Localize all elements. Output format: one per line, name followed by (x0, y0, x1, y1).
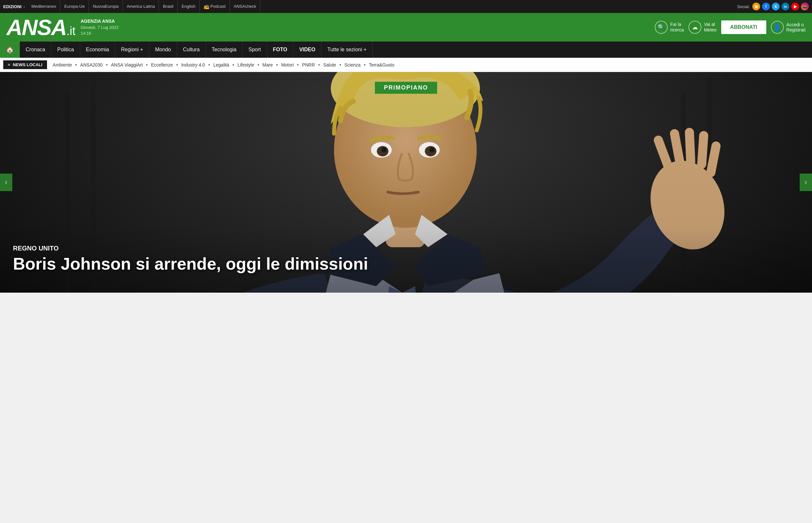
sub-nav: ≡ NEWS LOCALI Ambiente • ANSA2030 • ANSA… (0, 58, 812, 72)
youtube-icon[interactable]: ▶ (791, 3, 799, 11)
toggle-label: NEWS LOCALI (13, 62, 42, 67)
dot: • (146, 62, 148, 68)
nav-economia[interactable]: Economia (80, 41, 115, 58)
top-bar-right: Social: ◉ f 𝕏 in ▶ 📷 (737, 3, 809, 11)
editions-arrow: › (23, 4, 25, 9)
date-display: Giovedì, 7 Lug 2022 (81, 25, 119, 31)
logo-area: ANSA .it AGENZIA ANSA Giovedì, 7 Lug 202… (6, 16, 119, 38)
dot: • (106, 62, 108, 68)
hero-section: PRIMOPIANO ‹ › REGNO UNITO Boris Johnson… (0, 72, 812, 293)
dot: • (208, 62, 210, 68)
nav-politica[interactable]: Politica (51, 41, 80, 58)
dot: • (339, 62, 341, 68)
subnav-terraegusto[interactable]: Terra&Gusto (367, 62, 395, 68)
edition-english[interactable]: English (178, 0, 200, 13)
subnav-legalita[interactable]: Legalità (212, 62, 230, 68)
header-right: 🔍 Fai la ricerca ☁ Vai al Meteo ABBONATI… (655, 20, 806, 34)
facebook-icon[interactable]: f (762, 3, 770, 11)
subnav-ambiente[interactable]: Ambiente (52, 62, 73, 68)
toggle-icon: ≡ (8, 62, 11, 67)
edition-brasil[interactable]: Brasil (159, 0, 178, 13)
subnav-salute[interactable]: Salute (322, 62, 337, 68)
sub-nav-items: Ambiente • ANSA2030 • ANSA ViaggiArt • E… (52, 62, 395, 68)
nav-all-sections[interactable]: Tutte le sezioni + (321, 41, 373, 58)
subnav-motori[interactable]: Motori (280, 62, 295, 68)
news-locali-toggle[interactable]: ≡ NEWS LOCALI (3, 60, 47, 69)
subnav-ansa2030[interactable]: ANSA2030 (79, 62, 104, 68)
dot: • (176, 62, 178, 68)
dot: • (233, 62, 235, 68)
twitter-icon[interactable]: 𝕏 (772, 3, 779, 11)
dot: • (297, 62, 299, 68)
hero-country: REGNO UNITO (13, 245, 799, 252)
logo-info: AGENZIA ANSA Giovedì, 7 Lug 2022 14:16 (81, 18, 119, 36)
social-label: Social: (737, 4, 750, 9)
weather-icon: ☁ (688, 21, 701, 34)
nav-video[interactable]: VIDEO (294, 41, 322, 58)
time-display: 14:16 (81, 31, 119, 36)
hero-next-button[interactable]: › (800, 174, 812, 191)
social-icons: ◉ f 𝕏 in ▶ 📷 (752, 3, 809, 11)
nav-mondo[interactable]: Mondo (149, 41, 177, 58)
edition-mediterraneo[interactable]: Mediterraneo (27, 0, 61, 13)
main-nav: 🏠 Cronaca Politica Economia Regioni + Mo… (0, 41, 812, 58)
meteo-label: Vai al Meteo (704, 22, 717, 33)
edition-podcast[interactable]: 📻 Podcast (200, 0, 230, 13)
linkedin-icon[interactable]: in (781, 3, 789, 11)
rss-icon[interactable]: ◉ (752, 3, 760, 11)
edition-nuovaeuropa[interactable]: NuovaEuropa (89, 0, 123, 13)
accedi-label: Accedi o Registrati (787, 22, 806, 33)
subnav-scienza[interactable]: Scienza (343, 62, 362, 68)
header: ANSA .it AGENZIA ANSA Giovedì, 7 Lug 202… (0, 13, 812, 41)
subnav-pnrr[interactable]: PNRR (301, 62, 316, 68)
search-icon: 🔍 (655, 21, 668, 34)
nav-sport[interactable]: Sport (243, 41, 267, 58)
account-button[interactable]: 👤 Accedi o Registrati (771, 21, 806, 34)
subnav-industry40[interactable]: Industry 4.0 (180, 62, 206, 68)
podcast-icon: 📻 (204, 0, 209, 13)
nav-items: Cronaca Politica Economia Regioni + Mond… (20, 41, 373, 58)
nav-regioni[interactable]: Regioni + (115, 41, 149, 58)
edition-america-latina[interactable]: America Latina (123, 0, 159, 13)
agency-name: AGENZIA ANSA (81, 18, 119, 25)
editions-label: EDIZIONI (3, 4, 21, 9)
dot: • (276, 62, 278, 68)
logo-text: ANSA (6, 16, 67, 38)
instagram-icon[interactable]: 📷 (801, 3, 809, 11)
logo[interactable]: ANSA .it (6, 16, 76, 38)
edition-ansacheck[interactable]: ANSAcheck (230, 0, 260, 13)
hero-prev-button[interactable]: ‹ (0, 174, 12, 191)
dot: • (75, 62, 77, 68)
nav-cultura[interactable]: Cultura (177, 41, 206, 58)
dot: • (257, 62, 259, 68)
subnav-lifestyle[interactable]: Lifestyle (236, 62, 255, 68)
editions-bar: EDIZIONI › Mediterraneo Europa-Ue NuovaE… (3, 0, 260, 13)
dot: • (364, 62, 366, 68)
account-icon: 👤 (771, 21, 784, 34)
home-button[interactable]: 🏠 (0, 41, 20, 58)
meteo-button[interactable]: ☁ Vai al Meteo (688, 21, 717, 34)
logo-suffix: .it (67, 24, 76, 38)
hero-headline: Boris Johnson si arrende, oggi le dimiss… (13, 255, 799, 273)
subnav-eccellenze[interactable]: Eccellenze (150, 62, 174, 68)
search-button[interactable]: 🔍 Fai la ricerca (655, 21, 684, 34)
subnav-mare[interactable]: Mare (261, 62, 274, 68)
abbonati-button[interactable]: ABBONATI (721, 20, 766, 34)
hero-label: PRIMOPIANO (375, 82, 437, 94)
dot: • (318, 62, 320, 68)
subnav-ansaviaggiart[interactable]: ANSA ViaggiArt (110, 62, 144, 68)
top-bar: EDIZIONI › Mediterraneo Europa-Ue NuovaE… (0, 0, 812, 13)
nav-tecnologia[interactable]: Tecnologia (206, 41, 243, 58)
search-label: Fai la ricerca (670, 22, 684, 33)
hero-caption: REGNO UNITO Boris Johnson si arrende, og… (13, 245, 799, 273)
nav-cronaca[interactable]: Cronaca (20, 41, 51, 58)
edition-europa-ue[interactable]: Europa-Ue (60, 0, 89, 13)
nav-foto[interactable]: FOTO (267, 41, 294, 58)
